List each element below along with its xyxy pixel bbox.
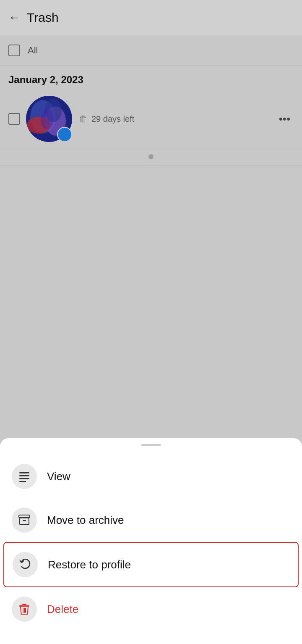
view-icon: [18, 471, 30, 482]
user-badge: 👤: [57, 127, 72, 142]
svg-point-5: [41, 108, 53, 129]
svg-rect-12: [23, 520, 26, 521]
header: ← Trash: [0, 0, 302, 35]
restore-label: Restore to profile: [48, 558, 131, 571]
delete-label: Delete: [47, 603, 78, 616]
trash-indicator-icon: 🗑: [79, 114, 87, 124]
svg-rect-10: [19, 515, 30, 518]
archive-label: Move to archive: [47, 514, 124, 527]
item-checkbox[interactable]: [8, 113, 20, 125]
sheet-item-archive[interactable]: Move to archive: [0, 498, 302, 542]
svg-rect-14: [22, 604, 26, 605]
dot-indicator: [148, 154, 154, 159]
date-label: January 2, 2023: [8, 74, 83, 85]
delete-icon: [19, 603, 30, 615]
days-left-label: 29 days left: [91, 114, 134, 124]
restore-icon: [19, 559, 31, 570]
svg-rect-6: [19, 472, 29, 473]
sheet-item-restore[interactable]: Restore to profile: [3, 542, 299, 587]
view-label: View: [47, 470, 70, 483]
bottom-sheet: View Move to archive Restore to profile: [0, 438, 302, 644]
svg-rect-8: [19, 478, 29, 479]
main-content: ← Trash All January 2, 2023: [0, 0, 302, 445]
sheet-item-delete[interactable]: Delete: [0, 587, 302, 631]
select-all-checkbox[interactable]: [8, 45, 20, 56]
avatar: 👤: [26, 96, 72, 142]
delete-icon-circle: [12, 597, 37, 622]
restore-icon-circle: [13, 552, 38, 577]
more-options-button[interactable]: •••: [276, 111, 294, 127]
sheet-handle: [141, 444, 161, 446]
trash-item-row: 👤 🗑 29 days left •••: [0, 90, 302, 148]
user-icon: 👤: [60, 129, 70, 139]
svg-rect-9: [19, 481, 26, 482]
date-section: January 2, 2023: [0, 66, 302, 90]
sheet-item-view[interactable]: View: [0, 455, 302, 498]
page-title: Trash: [27, 11, 59, 25]
svg-rect-7: [19, 475, 29, 476]
select-all-label: All: [28, 45, 38, 56]
select-all-row: All: [0, 35, 302, 66]
archive-icon-circle: [12, 507, 37, 533]
dot-indicator-row: [0, 148, 302, 166]
archive-icon: [18, 515, 30, 526]
back-button[interactable]: ←: [8, 11, 20, 24]
item-info: 🗑 29 days left: [79, 114, 276, 124]
view-icon-circle: [12, 464, 37, 489]
